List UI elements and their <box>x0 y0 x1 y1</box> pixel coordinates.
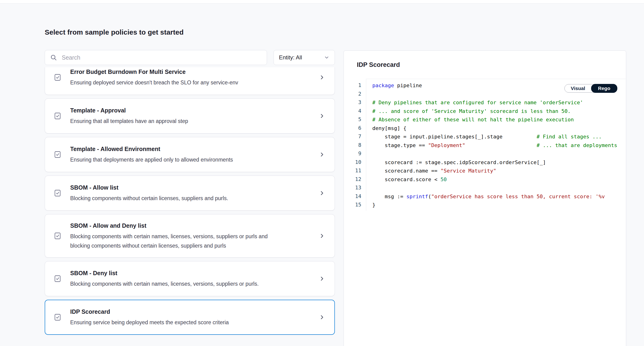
editor-code[interactable]: package pipeline# Deny pipelines that ar… <box>366 79 626 209</box>
code-line: # Deny pipelines that are configured for… <box>372 98 626 107</box>
policy-text: SBOM - Allow and Deny list Blocking comp… <box>70 221 276 250</box>
policy-card[interactable]: SBOM - Deny list Blocking components wit… <box>45 261 335 296</box>
search-input[interactable] <box>61 54 262 61</box>
policy-card[interactable]: Error Budget Burndown For Multi Service … <box>45 67 335 95</box>
line-number: 13 <box>344 184 366 192</box>
code-line: deny[msg] { <box>372 124 626 133</box>
policy-title: SBOM - Allow and Deny list <box>70 221 276 230</box>
chevron-right-icon <box>319 190 325 196</box>
policy-title: Template - Approval <box>70 106 276 115</box>
policy-check-icon <box>54 275 62 283</box>
line-number: 9 <box>344 149 366 158</box>
chevron-right-icon <box>319 74 325 81</box>
top-nav-bar <box>0 0 644 3</box>
entity-filter-dropdown[interactable]: Entity: All <box>274 50 335 65</box>
search-box[interactable] <box>45 50 267 65</box>
code-line: scorecard.name == "Service Maturity" <box>372 167 626 175</box>
policy-text: IDP Scorecard Ensuring service being dep… <box>70 308 276 327</box>
policy-description: Ensuring deployed service doesn't breach… <box>70 78 276 87</box>
chevron-down-icon <box>324 55 330 60</box>
code-line: msg := sprintf("orderService has score l… <box>372 192 626 201</box>
policy-text: SBOM - Deny list Blocking components wit… <box>70 269 276 289</box>
toggle-rego[interactable]: Rego <box>591 84 618 93</box>
line-number: 12 <box>344 175 366 184</box>
line-number: 2 <box>344 90 366 98</box>
policy-title: SBOM - Deny list <box>70 269 276 277</box>
policy-description: Ensuring that all templates have an appr… <box>70 116 276 126</box>
policy-card[interactable]: Template - Approval Ensuring that all te… <box>45 98 335 133</box>
code-line: stage = input.pipeline.stages[_].stage #… <box>372 133 626 141</box>
code-line: scorecard := stage.spec.idpScorecard.ord… <box>372 158 626 167</box>
line-number: 14 <box>344 192 366 201</box>
policy-description: Blocking components without certain lice… <box>70 194 276 203</box>
line-number: 15 <box>344 201 366 209</box>
policy-text: Template - Allowed Environment Ensuring … <box>70 145 276 164</box>
line-number: 7 <box>344 132 366 141</box>
detail-panel-header: IDP Scorecard <box>344 51 626 79</box>
policy-card[interactable]: Template - Allowed Environment Ensuring … <box>45 137 335 172</box>
chevron-right-icon <box>319 275 325 282</box>
code-line: } <box>372 201 626 209</box>
policy-text: Error Budget Burndown For Multi Service … <box>70 67 276 87</box>
policy-check-icon <box>54 189 62 197</box>
view-toggle: VisualRego <box>564 84 617 93</box>
search-icon <box>50 54 57 61</box>
chevron-right-icon <box>319 233 325 239</box>
policy-list: Error Budget Burndown For Multi Service … <box>45 67 335 346</box>
entity-filter-label: Entity: All <box>279 54 302 61</box>
policy-description: Blocking components with certain names, … <box>70 232 276 250</box>
code-editor[interactable]: 123456789101112131415 package pipeline# … <box>344 79 626 211</box>
policy-title: SBOM - Allow list <box>70 183 276 192</box>
policy-description: Ensuring that deployments are applied on… <box>70 155 276 164</box>
detail-panel-title: IDP Scorecard <box>357 61 400 68</box>
editor-gutter: 123456789101112131415 <box>344 79 366 211</box>
line-number: 4 <box>344 107 366 115</box>
chevron-right-icon <box>319 113 325 119</box>
code-line <box>372 184 626 192</box>
code-line: # Absence of either of these will not ha… <box>372 115 626 124</box>
policy-check-icon <box>54 232 62 240</box>
page-title: Select from sample policies to get start… <box>45 28 184 37</box>
policy-card[interactable]: IDP Scorecard Ensuring service being dep… <box>45 300 335 335</box>
line-number: 1 <box>344 81 366 90</box>
line-number: 10 <box>344 158 366 167</box>
code-line: stage.type == "Deployment" # ... that ar… <box>372 141 626 150</box>
policy-title: Template - Allowed Environment <box>70 145 276 153</box>
policy-check-icon <box>54 73 62 81</box>
policy-description: Ensuring service being deployed meets th… <box>70 318 276 327</box>
list-controls: Entity: All <box>45 50 335 65</box>
chevron-right-icon <box>319 314 325 321</box>
policy-card[interactable]: SBOM - Allow and Deny list Blocking comp… <box>45 214 335 258</box>
policy-check-icon <box>54 151 62 158</box>
policy-check-icon <box>54 313 62 321</box>
line-number: 8 <box>344 141 366 150</box>
policy-title: Error Budget Burndown For Multi Service <box>70 67 276 76</box>
policy-card[interactable]: SBOM - Allow list Blocking components wi… <box>45 176 335 211</box>
policy-title: IDP Scorecard <box>70 308 276 316</box>
line-number: 5 <box>344 115 366 124</box>
line-number: 6 <box>344 124 366 133</box>
line-number: 3 <box>344 98 366 107</box>
toggle-visual[interactable]: Visual <box>565 84 591 92</box>
code-line: scorecard.score < 50 <box>372 175 626 184</box>
policy-check-icon <box>54 112 62 120</box>
chevron-right-icon <box>319 151 325 158</box>
policy-text: Template - Approval Ensuring that all te… <box>70 106 276 126</box>
code-line <box>372 150 626 158</box>
detail-panel: IDP Scorecard VisualRego 123456789101112… <box>344 50 626 346</box>
line-number: 11 <box>344 166 366 175</box>
policy-text: SBOM - Allow list Blocking components wi… <box>70 183 276 203</box>
code-line: # ... and score of 'Service Maturity' sc… <box>372 107 626 116</box>
policy-description: Blocking components with certain names, … <box>70 279 276 289</box>
